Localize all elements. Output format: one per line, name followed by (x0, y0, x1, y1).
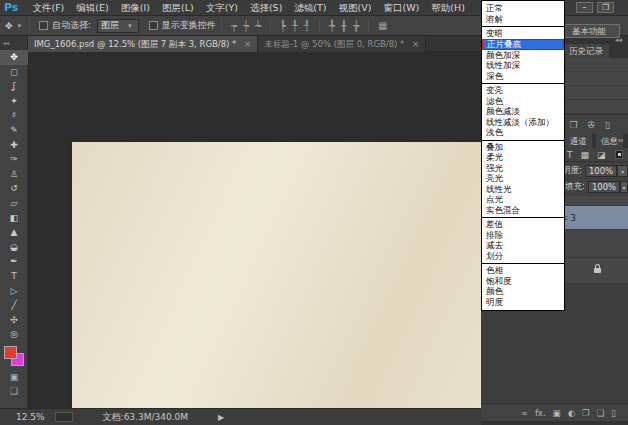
new-snapshot-camera-icon[interactable]: ✇ (588, 120, 596, 130)
menu-view[interactable]: 视图(V) (333, 0, 378, 16)
align-horizontal-centers-icon[interactable]: ╀ (292, 19, 298, 33)
menu-layer[interactable]: 图层(L) (156, 0, 200, 16)
blend-mode-option[interactable]: 亮光 (482, 173, 564, 184)
brush-tool[interactable]: ✑ (0, 152, 28, 167)
chevron-down-icon[interactable]: ▾ (15, 22, 25, 30)
close-icon[interactable]: × (407, 39, 419, 49)
align-top-edges-icon[interactable]: ┮ (231, 19, 237, 33)
panel-menu-icon[interactable]: ≡ (617, 136, 624, 145)
opacity-value-field[interactable]: 100% (585, 165, 617, 177)
document-tab-active[interactable]: IMG_1606.psd @ 12.5% (图层 7 副本 3, RGB/8) … (28, 36, 258, 52)
filter-toggle-switch[interactable] (615, 150, 623, 159)
menu-file[interactable]: 文件(F) (26, 0, 70, 16)
blend-mode-option[interactable]: 差值 (482, 219, 564, 230)
align-right-edges-icon[interactable]: ┦ (304, 19, 310, 33)
menu-help[interactable]: 帮助(H) (425, 0, 471, 16)
chevron-down-icon[interactable]: ▾ (617, 165, 628, 177)
restore-button[interactable]: ❐ (597, 2, 614, 13)
layer-style-fx-icon[interactable]: fx. (535, 408, 546, 418)
minimize-button[interactable]: – (576, 2, 593, 13)
new-group-icon[interactable]: ❐ (582, 408, 590, 418)
blend-mode-option[interactable]: 正常 (482, 3, 564, 14)
link-layers-icon[interactable]: ∞ (521, 408, 528, 418)
blend-mode-option[interactable]: 明度 (482, 297, 564, 308)
menu-image[interactable]: 图像(I) (115, 0, 156, 16)
quick-mask-button[interactable]: ▣ (0, 370, 28, 384)
new-document-from-state-icon[interactable]: ❐ (569, 120, 577, 130)
gradient-tool[interactable]: ◧ (0, 211, 28, 226)
zoom-level-field[interactable]: 12.5% (16, 412, 45, 422)
blend-mode-option[interactable]: 色相 (482, 265, 564, 276)
adjustment-layer-icon[interactable]: ◐ (568, 408, 575, 418)
blend-mode-option[interactable]: 浅色 (482, 127, 564, 138)
layer-mask-icon[interactable]: ▣ (553, 408, 561, 418)
blend-mode-option[interactable]: 叠加 (482, 142, 564, 153)
eyedropper-tool[interactable]: ✎ (0, 123, 28, 138)
new-layer-icon[interactable]: ❏ (597, 408, 605, 418)
align-bottom-edges-icon[interactable]: ┶ (255, 19, 261, 33)
move-tool[interactable]: ✥ (0, 50, 28, 65)
tab-history[interactable]: 历史记录 (563, 44, 609, 58)
blend-mode-option[interactable]: 深色 (482, 71, 564, 82)
workspace-switcher-button[interactable]: 基本功能 (558, 24, 620, 38)
blend-mode-option[interactable]: 点光 (482, 194, 564, 205)
quick-selection-tool[interactable]: ✦ (0, 94, 28, 109)
lasso-tool[interactable]: ʆ (0, 79, 28, 94)
distribute-top-icon[interactable]: ╄ (329, 19, 335, 33)
blend-mode-option[interactable]: 溶解 (482, 14, 564, 25)
blend-mode-option[interactable]: 变暗 (482, 28, 564, 39)
align-vertical-centers-icon[interactable]: ┾ (243, 19, 249, 33)
blend-mode-option[interactable]: 颜色 (482, 286, 564, 297)
foreground-color-swatch[interactable] (4, 346, 17, 359)
blend-mode-option[interactable]: 实色混合 (482, 205, 564, 216)
crop-tool[interactable]: ♯ (0, 108, 28, 123)
menu-filter[interactable]: 滤镜(T) (288, 0, 332, 16)
history-brush-tool[interactable]: ↺ (0, 181, 28, 196)
menu-edit[interactable]: 编辑(E) (70, 0, 114, 16)
screen-mode-button[interactable]: ❏ (0, 384, 28, 398)
blend-mode-option[interactable]: 线性光 (482, 184, 564, 195)
document-tab-inactive[interactable]: 未标题-1 @ 50% (图层 0, RGB/8) * × (258, 36, 426, 52)
dodge-tool[interactable]: ◒ (0, 240, 28, 255)
filter-type-icon[interactable]: T (567, 150, 573, 160)
distribute-layers-icon[interactable]: ▦ (378, 19, 387, 33)
blend-mode-option[interactable]: 柔光 (482, 152, 564, 163)
delete-state-trash-icon[interactable]: ▯ (605, 120, 610, 130)
line-tool[interactable]: ╱ (0, 298, 28, 313)
type-tool[interactable]: T (0, 269, 28, 284)
canvas-image[interactable] (72, 142, 496, 423)
status-menu-arrow-icon[interactable]: ▶ (218, 413, 224, 422)
filter-smart-object-icon[interactable]: ◪ (597, 150, 606, 160)
menu-select[interactable]: 选择(S) (244, 0, 288, 16)
auto-select-checkbox[interactable] (39, 21, 48, 30)
blend-mode-option[interactable]: 减去 (482, 240, 564, 251)
toolbox-collapse-icon[interactable]: ◂◂ (0, 36, 27, 50)
pen-tool[interactable]: ✒ (0, 254, 28, 269)
blend-mode-option[interactable]: 变亮 (482, 85, 564, 96)
blend-mode-option[interactable]: 强光 (482, 163, 564, 174)
status-scrubber[interactable] (55, 412, 73, 422)
blur-tool[interactable]: ▲ (0, 225, 28, 240)
blend-mode-option[interactable]: 线性加深 (482, 60, 564, 71)
blend-mode-option-selected[interactable]: 正片叠底 (482, 39, 564, 50)
filter-shape-icon[interactable]: ▦ (581, 150, 590, 160)
menu-type[interactable]: 文字(Y) (200, 0, 244, 16)
blend-mode-option[interactable]: 线性减淡（添加） (482, 117, 564, 128)
blend-mode-option[interactable]: 颜色加深 (482, 50, 564, 61)
marquee-tool[interactable]: ◻ (0, 65, 28, 80)
distribute-bottom-icon[interactable]: ╆ (353, 19, 359, 33)
close-icon[interactable]: × (239, 39, 251, 49)
blend-mode-option[interactable]: 颜色减淡 (482, 106, 564, 117)
healing-brush-tool[interactable]: ✚ (0, 138, 28, 153)
blend-mode-option[interactable]: 排除 (482, 230, 564, 241)
auto-select-dropdown[interactable]: 图层 ▾ (97, 19, 139, 33)
show-transform-checkbox[interactable] (149, 21, 158, 30)
blend-mode-option[interactable]: 饱和度 (482, 276, 564, 287)
delete-layer-trash-icon[interactable]: ▯ (611, 408, 616, 418)
align-left-edges-icon[interactable]: ┡ (280, 19, 286, 33)
path-selection-tool[interactable]: ▷ (0, 284, 28, 299)
zoom-tool[interactable]: ◎ (0, 327, 28, 342)
eraser-tool[interactable]: ▱ (0, 196, 28, 211)
fill-value-field[interactable]: 100% (588, 181, 620, 193)
blend-mode-option[interactable]: 滤色 (482, 96, 564, 107)
